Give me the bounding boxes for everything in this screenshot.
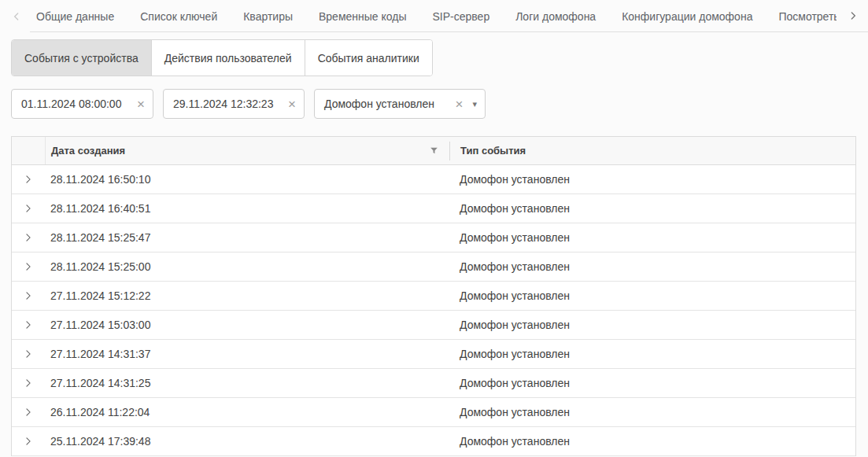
table-row: 25.11.2024 17:39:48 Домофон установлен: [12, 427, 855, 456]
subtab-item-2[interactable]: Действия пользователей: [151, 40, 305, 76]
row-type: Домофон установлен: [449, 260, 855, 273]
tab-item-4[interactable]: Временные коды: [319, 7, 407, 26]
row-type: Домофон установлен: [449, 435, 855, 448]
row-date: 25.11.2024 17:39:48: [45, 435, 449, 448]
row-type: Домофон установлен: [449, 289, 855, 302]
subtab-item-1[interactable]: События с устройства: [12, 40, 151, 76]
row-expand-button[interactable]: [12, 203, 45, 214]
event-type-clear-icon[interactable]: ×: [456, 98, 464, 111]
row-expand-button[interactable]: [12, 174, 45, 185]
table-row: 28.11.2024 16:50:10 Домофон установлен: [12, 165, 855, 194]
table-row: 28.11.2024 15:25:47 Домофон установлен: [12, 223, 855, 252]
chevron-down-icon[interactable]: ▾: [472, 99, 477, 109]
row-expand-button[interactable]: [12, 319, 45, 330]
tabs-scroll-right-icon[interactable]: [843, 6, 863, 26]
row-expand-button[interactable]: [12, 378, 45, 389]
row-type: Домофон установлен: [449, 231, 855, 244]
events-table: Дата создания Тип события 28.11.2024 16:…: [11, 136, 856, 456]
row-date: 28.11.2024 16:50:10: [45, 173, 449, 186]
subtab-item-3[interactable]: События аналитики: [305, 40, 432, 76]
row-date: 28.11.2024 15:25:47: [45, 231, 449, 244]
table-row: 27.11.2024 14:31:37 Домофон установлен: [12, 340, 855, 369]
event-type-value: Домофон установлен: [324, 98, 449, 110]
expand-column-header: [12, 137, 45, 164]
row-date: 28.11.2024 15:25:00: [45, 260, 449, 273]
tabs-scroll-left-icon[interactable]: [6, 6, 27, 27]
row-expand-button[interactable]: [12, 290, 45, 301]
date-from-input[interactable]: 01.11.2024 08:00:00 ×: [11, 89, 153, 119]
date-column-label: Дата создания: [51, 145, 125, 157]
tab-item-3[interactable]: Квартиры: [243, 7, 293, 26]
tabstrip-underline: [30, 31, 868, 32]
row-date: 27.11.2024 15:12:22: [45, 289, 449, 302]
table-row: 27.11.2024 15:12:22 Домофон установлен: [12, 282, 855, 311]
row-type: Домофон установлен: [449, 173, 855, 186]
type-column-header: Тип события: [450, 145, 855, 157]
row-date: 28.11.2024 16:40:51: [45, 202, 449, 215]
table-header: Дата создания Тип события: [12, 137, 855, 165]
date-to-value: 29.11.2024 12:32:23: [173, 98, 282, 110]
tab-item-8[interactable]: Посмотреть: [778, 7, 837, 26]
events-subtabs: События с устройстваДействия пользовател…: [11, 39, 433, 76]
row-expand-button[interactable]: [12, 436, 45, 447]
tab-item-5[interactable]: SIP-сервер: [433, 7, 490, 26]
date-to-clear-icon[interactable]: ×: [288, 98, 296, 111]
tab-list: Общие данныеСписок ключейКвартирыВременн…: [36, 7, 837, 26]
table-row: 27.11.2024 15:03:00 Домофон установлен: [12, 311, 855, 340]
row-type: Домофон установлен: [449, 348, 855, 360]
filters-row: 01.11.2024 08:00:00 × 29.11.2024 12:32:2…: [11, 89, 868, 119]
row-expand-button[interactable]: [12, 232, 45, 243]
tab-item-6[interactable]: Логи домофона: [515, 7, 596, 26]
event-type-select[interactable]: Домофон установлен × ▾: [314, 89, 486, 119]
date-from-clear-icon[interactable]: ×: [137, 98, 145, 111]
date-from-value: 01.11.2024 08:00:00: [21, 98, 131, 110]
table-row: 28.11.2024 15:25:00 Домофон установлен: [12, 252, 855, 282]
table-row: 28.11.2024 16:40:51 Домофон установлен: [12, 194, 855, 223]
row-date: 27.11.2024 15:03:00: [45, 319, 449, 331]
table-row: 26.11.2024 11:22:04 Домофон установлен: [12, 398, 855, 427]
table-body: 28.11.2024 16:50:10 Домофон установлен 2…: [12, 165, 855, 456]
row-date: 27.11.2024 14:31:37: [45, 348, 449, 360]
tab-item-1[interactable]: Общие данные: [36, 7, 114, 26]
table-row: 27.11.2024 14:31:25 Домофон установлен: [12, 369, 855, 398]
row-type: Домофон установлен: [449, 406, 855, 418]
tab-item-7[interactable]: Конфигурации домофона: [622, 7, 752, 26]
row-expand-button[interactable]: [12, 348, 45, 359]
row-date: 26.11.2024 11:22:04: [45, 406, 449, 418]
type-column-label: Тип события: [460, 145, 526, 157]
row-type: Домофон установлен: [449, 202, 855, 215]
date-to-input[interactable]: 29.11.2024 12:32:23 ×: [163, 89, 305, 119]
row-expand-button[interactable]: [12, 261, 45, 272]
tab-item-2[interactable]: Список ключей: [140, 7, 217, 26]
row-type: Домофон установлен: [449, 319, 855, 331]
row-date: 27.11.2024 14:31:25: [45, 377, 449, 389]
row-type: Домофон установлен: [449, 377, 855, 389]
date-column-header: Дата создания: [45, 137, 449, 164]
device-tabstrip: Общие данныеСписок ключейКвартирыВременн…: [0, 0, 868, 32]
filter-funnel-icon[interactable]: [429, 146, 439, 156]
row-expand-button[interactable]: [12, 407, 45, 418]
